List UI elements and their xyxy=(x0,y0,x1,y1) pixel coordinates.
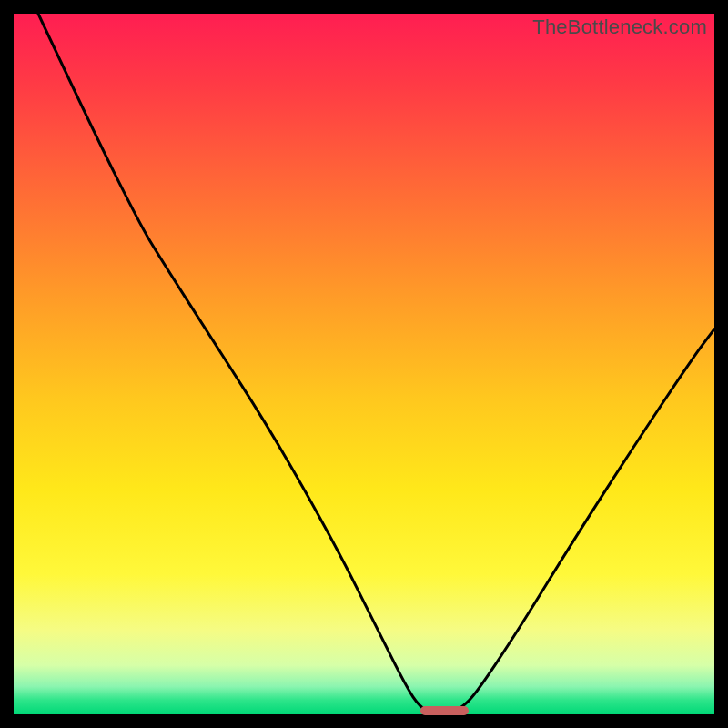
optimal-marker xyxy=(420,706,470,715)
chart-frame: TheBottleneck.com xyxy=(0,0,728,728)
curve-svg xyxy=(14,14,714,714)
bottleneck-curve xyxy=(38,14,714,714)
watermark-text: TheBottleneck.com xyxy=(532,15,707,39)
chart-plot-area: TheBottleneck.com xyxy=(14,14,714,714)
